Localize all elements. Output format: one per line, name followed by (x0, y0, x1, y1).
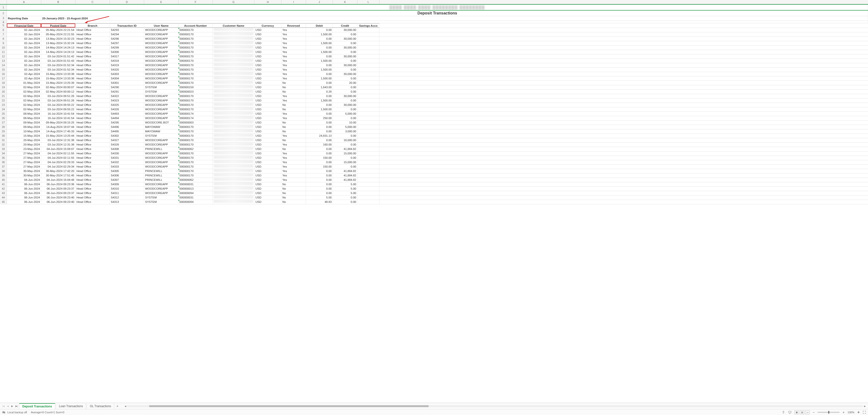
table-row[interactable]: 2002-May-202402-May-2024 00:00:12Head Of… (0, 90, 868, 94)
col-header-H[interactable]: H (254, 0, 281, 4)
cell-posted-date[interactable]: 06-Jun-2024 09:23:36 (41, 182, 75, 186)
view-page-layout[interactable]: ▤ (800, 410, 804, 414)
cell-reversed[interactable]: No (281, 85, 306, 89)
cell-user-name[interactable]: MAYOWAW (144, 129, 179, 133)
cell-credit[interactable]: 0.00 (333, 116, 358, 120)
hdr-debit[interactable]: Debit (306, 23, 333, 28)
hdr-currency[interactable]: Currency (254, 23, 281, 28)
row-5-headers[interactable]: 5 Financial Date Posted Date Branch Tran… (0, 23, 868, 28)
table-row[interactable]: 1002-Jan-202414-May-2024 14:24:13Head Of… (0, 45, 868, 50)
cell-financial-date[interactable]: 01-May-2024 (7, 81, 41, 85)
view-normal[interactable]: ▦ (795, 410, 799, 414)
cell-customer-name[interactable] (213, 28, 254, 32)
zoom-out-button[interactable]: − (813, 410, 814, 414)
cell-reversed[interactable]: Yes (281, 72, 306, 76)
row-header-4[interactable]: 4 (0, 21, 7, 23)
cell-credit[interactable]: 30,000.00 (333, 94, 358, 98)
table-row[interactable]: 1801-May-202415-May-2024 13:25:39Head Of… (0, 81, 868, 85)
cell-account-number[interactable]: 000000170 (179, 37, 213, 41)
cell-credit[interactable]: 0.00 (333, 98, 358, 103)
cell-branch[interactable]: Head Office (75, 156, 110, 160)
cell-customer-name[interactable] (213, 121, 254, 125)
zoom-level[interactable]: 100% (848, 411, 855, 414)
cell-customer-name[interactable] (213, 160, 254, 164)
cell-currency[interactable]: USD (254, 50, 281, 54)
cell-user-name[interactable]: WOODCOREAPP (144, 182, 179, 186)
cell-credit[interactable]: 0.00 (333, 32, 358, 36)
cell-account-number[interactable]: 000000170 (179, 59, 213, 63)
cell-branch[interactable]: Head Office (75, 59, 110, 63)
cell-account-number[interactable]: 000000023 (179, 90, 213, 94)
row-header[interactable]: 6 (0, 28, 7, 32)
cell-reversed[interactable]: Yes (281, 134, 306, 138)
cell-credit[interactable]: 3,000.00 (333, 129, 358, 133)
cell-user-name[interactable]: WOODCOREAPP (144, 142, 179, 147)
tab-nav-last[interactable]: ▶| (15, 404, 19, 408)
hscroll-thumb[interactable] (149, 405, 429, 407)
row-header[interactable]: 18 (0, 81, 7, 85)
row-header[interactable]: 17 (0, 76, 7, 81)
cell-reversed[interactable]: Yes (281, 28, 306, 32)
cell-posted-date[interactable]: 05-May-2024 22:21:55 (41, 32, 75, 36)
hdr-user-name[interactable]: User Name (144, 23, 179, 28)
cell-account-number[interactable]: 000000170 (179, 173, 213, 178)
cell-user-name[interactable]: PRINCEWILL (144, 173, 179, 178)
cell-savings[interactable] (358, 68, 379, 72)
cell-branch[interactable]: Head Office (75, 138, 110, 142)
cell-currency[interactable]: USD (254, 28, 281, 32)
table-row[interactable]: 1902-May-202402-May-2024 00:00:07Head Of… (0, 85, 868, 90)
cell-user-name[interactable]: WOODCOREAPP (144, 63, 179, 67)
cell-currency[interactable]: USD (254, 165, 281, 169)
cell-debit[interactable]: 0.00 (306, 94, 333, 98)
cell-savings[interactable] (358, 112, 379, 116)
cell-reversed[interactable]: Yes (281, 45, 306, 50)
cell-posted-date[interactable]: 04-Jun-2024 15:04:48 (41, 178, 75, 182)
cell-transaction-id[interactable]: S4307 (110, 178, 144, 182)
cell-user-name[interactable]: PRINCEWILL (144, 178, 179, 182)
cell-savings[interactable] (358, 28, 379, 32)
cell-account-number[interactable]: 000000170 (179, 72, 213, 76)
cell-branch[interactable]: Head Office (75, 98, 110, 103)
cell-currency[interactable]: USD (254, 54, 281, 59)
display-settings-icon[interactable]: + (788, 411, 792, 414)
cell-branch[interactable]: Head Office (75, 81, 110, 85)
table-row[interactable]: 2608-May-202416-Jul-2024 10:41:54Head Of… (0, 116, 868, 121)
cell-currency[interactable]: USD (254, 160, 281, 164)
cell-credit[interactable]: 41,884.82 (333, 173, 358, 178)
cell-user-name[interactable]: MAYOWAW (144, 125, 179, 129)
cell-branch[interactable]: Head Office (75, 147, 110, 151)
cell-posted-date[interactable]: 03-Jul-2024 12:31:38 (41, 142, 75, 147)
cell-debit[interactable]: 0.00 (306, 81, 333, 85)
cell-account-number[interactable]: 000000170 (179, 129, 213, 133)
cell-user-name[interactable]: WOODCOREAPP (144, 32, 179, 36)
cell-account-number[interactable]: 000000170 (179, 45, 213, 50)
cell-financial-date[interactable]: 27-May-2024 (7, 156, 41, 160)
table-row[interactable]: 2709-May-202409-May-2024 09:15:25Head Of… (0, 121, 868, 125)
cell-financial-date[interactable]: 23-May-2024 (7, 147, 41, 151)
cell-account-number[interactable]: 000000094 (179, 200, 213, 204)
cell-account-number[interactable]: 000000170 (179, 98, 213, 103)
cell-customer-name[interactable] (213, 165, 254, 169)
cell-credit[interactable]: 0.00 (333, 195, 358, 200)
cell-debit[interactable]: 0.00 (306, 37, 333, 41)
cell-currency[interactable]: USD (254, 63, 281, 67)
cell-posted-date[interactable]: 03-Jul-2024 09:51:26 (41, 98, 75, 103)
cell-currency[interactable]: USD (254, 112, 281, 116)
cell-financial-date[interactable]: 06-Jun-2024 (7, 191, 41, 195)
row-2[interactable]: 2 Deposit Transactions (0, 10, 868, 16)
cell-reversed[interactable]: Yes (281, 37, 306, 41)
cell-reversed[interactable]: Yes (281, 116, 306, 120)
cell-customer-name[interactable] (213, 191, 254, 195)
cell-financial-date[interactable]: 27-May-2024 (7, 165, 41, 169)
cell-debit[interactable]: 0.00 (306, 63, 333, 67)
row-header[interactable]: 24 (0, 107, 7, 111)
cell-reversed[interactable]: Yes (281, 98, 306, 103)
cell-branch[interactable]: Head Office (75, 116, 110, 120)
cell-branch[interactable]: Head Office (75, 182, 110, 186)
cell-transaction-id[interactable]: S4319 (110, 63, 144, 67)
cell-reversed[interactable]: Yes (281, 32, 306, 36)
cell-reversed[interactable]: No (281, 200, 306, 204)
cell-savings[interactable] (358, 125, 379, 129)
cell-customer-name[interactable] (213, 173, 254, 178)
cell-account-number[interactable]: 000000013 (179, 187, 213, 191)
